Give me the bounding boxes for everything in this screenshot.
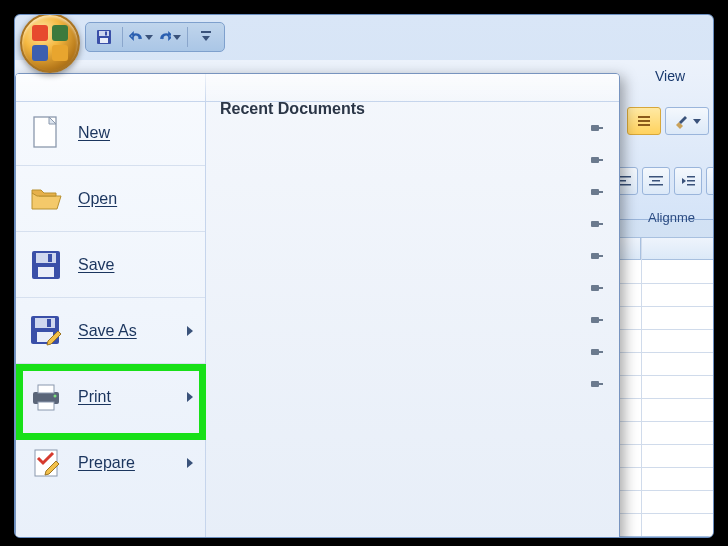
svg-rect-11 [649, 176, 663, 178]
recent-documents-heading: Recent Documents [220, 100, 605, 118]
pin-button[interactable] [587, 218, 603, 230]
svg-rect-3 [105, 32, 107, 36]
svg-rect-12 [652, 180, 660, 182]
prepare-icon [28, 445, 64, 481]
menu-label: Save [78, 256, 114, 274]
pin-button[interactable] [587, 250, 603, 262]
open-folder-icon [28, 181, 64, 217]
office-menu-left-pane: New Open Save Save As [16, 74, 206, 538]
menu-item-print[interactable]: Print [16, 364, 205, 430]
svg-rect-30 [38, 385, 54, 393]
menu-label: Open [78, 190, 117, 208]
office-menu: New Open Save Save As [15, 73, 620, 538]
svg-rect-24 [48, 254, 52, 262]
spreadsheet-grid[interactable] [610, 237, 714, 537]
fill-color-button[interactable] [627, 107, 661, 135]
menu-label: Print [78, 388, 111, 406]
office-menu-right-pane: Recent Documents [206, 74, 619, 538]
menu-item-save-as[interactable]: Save As [16, 298, 205, 364]
office-button[interactable] [20, 14, 80, 73]
pin-button[interactable] [587, 282, 603, 294]
qat-undo-button[interactable] [129, 26, 153, 48]
svg-rect-23 [38, 267, 54, 277]
decrease-indent-button[interactable] [674, 167, 702, 195]
svg-point-32 [54, 395, 57, 398]
dropdown-caret-icon [145, 35, 153, 40]
menu-label: New [78, 124, 110, 142]
qat-save-button[interactable] [92, 26, 116, 48]
submenu-arrow-icon [187, 392, 193, 402]
undo-icon [129, 30, 143, 44]
submenu-arrow-icon [187, 458, 193, 468]
menu-item-prepare[interactable]: Prepare [16, 430, 205, 496]
separator [122, 27, 123, 47]
menu-label: Save As [78, 322, 137, 340]
svg-rect-16 [687, 184, 695, 186]
svg-rect-6 [638, 120, 650, 122]
grid-header [611, 238, 714, 260]
recent-pins-column [587, 122, 603, 390]
format-painter-button[interactable] [665, 107, 709, 135]
dropdown-caret-icon [173, 35, 181, 40]
menu-item-open[interactable]: Open [16, 166, 205, 232]
ribbon-group-label-alignment: Alignme [648, 210, 695, 225]
column-header[interactable] [641, 238, 714, 259]
pin-button[interactable] [587, 314, 603, 326]
separator [187, 27, 188, 47]
pin-button[interactable] [587, 154, 603, 166]
save-disk-icon [28, 247, 64, 283]
dropdown-caret-icon [693, 119, 701, 124]
submenu-arrow-icon [187, 326, 193, 336]
align-center-button[interactable] [642, 167, 670, 195]
office-logo-icon [32, 25, 68, 61]
svg-rect-26 [35, 318, 55, 328]
svg-rect-14 [687, 176, 695, 178]
ribbon-group-top [627, 107, 709, 135]
quick-access-toolbar [85, 22, 225, 52]
svg-rect-2 [100, 38, 108, 43]
lines-icon [637, 114, 651, 128]
qat-customize-button[interactable] [194, 26, 218, 48]
menu-item-save[interactable]: Save [16, 232, 205, 298]
svg-rect-31 [38, 402, 54, 410]
tab-view[interactable]: View [635, 65, 705, 87]
pin-button[interactable] [587, 122, 603, 134]
save-icon [96, 29, 112, 45]
svg-rect-13 [649, 184, 663, 186]
svg-rect-1 [99, 31, 109, 36]
ribbon-group-align [610, 167, 714, 195]
increase-indent-icon [713, 175, 714, 187]
pin-button[interactable] [587, 378, 603, 390]
increase-indent-button[interactable] [706, 167, 714, 195]
qat-redo-button[interactable] [157, 26, 181, 48]
pin-button[interactable] [587, 346, 603, 358]
pin-button[interactable] [587, 186, 603, 198]
svg-rect-4 [201, 31, 211, 33]
print-icon [28, 379, 64, 415]
customize-icon [201, 31, 211, 43]
svg-rect-28 [47, 319, 51, 327]
save-as-icon [28, 313, 64, 349]
svg-rect-7 [638, 124, 650, 126]
new-document-icon [28, 115, 64, 151]
app-window: View [14, 14, 714, 538]
brush-icon [673, 113, 689, 129]
svg-rect-22 [36, 253, 56, 263]
align-center-icon [649, 175, 663, 187]
redo-icon [157, 30, 171, 44]
decrease-indent-icon [681, 175, 695, 187]
svg-rect-5 [638, 116, 650, 118]
menu-label: Prepare [78, 454, 135, 472]
svg-rect-15 [687, 180, 695, 182]
menu-item-new[interactable]: New [16, 100, 205, 166]
